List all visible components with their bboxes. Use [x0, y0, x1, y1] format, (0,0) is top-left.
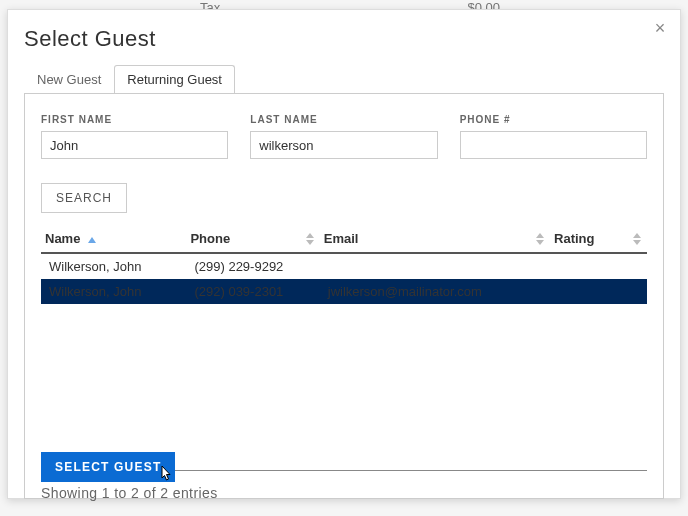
sort-both-icon: [633, 233, 641, 245]
modal-title: Select Guest: [8, 10, 680, 64]
search-button[interactable]: SEARCH: [41, 183, 127, 213]
first-name-label: FIRST NAME: [41, 114, 228, 125]
close-glyph: ×: [655, 18, 666, 39]
cell-name: Wilkerson, John: [41, 253, 186, 279]
tab-panel-returning: FIRST NAME LAST NAME PHONE # SEARCH: [24, 93, 664, 499]
col-header-name-label: Name: [45, 231, 80, 246]
cell-email: jwilkerson@mailinator.com: [320, 279, 550, 304]
table-row[interactable]: Wilkerson, John(299) 229-9292: [41, 253, 647, 279]
col-header-phone[interactable]: Phone: [186, 225, 319, 253]
svg-marker-4: [536, 240, 544, 245]
cell-name: Wilkerson, John: [41, 279, 186, 304]
phone-field: PHONE #: [460, 114, 647, 159]
close-icon[interactable]: ×: [650, 18, 670, 38]
tab-returning-guest[interactable]: Returning Guest: [114, 65, 235, 94]
cell-phone: (299) 229-9292: [186, 253, 319, 279]
sort-both-icon: [306, 233, 314, 245]
last-name-field: LAST NAME: [250, 114, 437, 159]
phone-input[interactable]: [460, 131, 647, 159]
phone-label: PHONE #: [460, 114, 647, 125]
results-header-row: Name Phone Email: [41, 225, 647, 253]
select-guest-button[interactable]: SELECT GUEST: [41, 452, 175, 482]
svg-marker-5: [633, 233, 641, 238]
svg-marker-6: [633, 240, 641, 245]
table-row[interactable]: Wilkerson, John(292) 039-2301jwilkerson@…: [41, 279, 647, 304]
entries-info: Showing 1 to 2 of 2 entries: [41, 485, 647, 501]
tab-bar: New Guest Returning Guest: [8, 64, 680, 93]
tab-new-guest[interactable]: New Guest: [24, 65, 114, 94]
first-name-field: FIRST NAME: [41, 114, 228, 159]
results-table: Name Phone Email: [41, 225, 647, 304]
search-fields: FIRST NAME LAST NAME PHONE #: [41, 114, 647, 159]
last-name-input[interactable]: [250, 131, 437, 159]
cell-email: [320, 253, 550, 279]
col-header-email[interactable]: Email: [320, 225, 550, 253]
results-empty-area: [41, 304, 647, 464]
svg-marker-1: [306, 233, 314, 238]
results-body: Wilkerson, John(299) 229-9292Wilkerson, …: [41, 253, 647, 304]
sort-asc-icon: [88, 237, 96, 243]
cell-rating: [550, 279, 647, 304]
select-guest-modal: × Select Guest New Guest Returning Guest…: [7, 9, 681, 499]
cell-phone: (292) 039-2301: [186, 279, 319, 304]
col-header-phone-label: Phone: [190, 231, 230, 246]
cell-rating: [550, 253, 647, 279]
last-name-label: LAST NAME: [250, 114, 437, 125]
svg-marker-3: [536, 233, 544, 238]
app-backdrop: Tax $0.00 × Select Guest New Guest Retur…: [0, 0, 688, 516]
first-name-input[interactable]: [41, 131, 228, 159]
col-header-email-label: Email: [324, 231, 359, 246]
col-header-rating[interactable]: Rating: [550, 225, 647, 253]
svg-marker-0: [88, 237, 96, 243]
svg-marker-2: [306, 240, 314, 245]
col-header-name[interactable]: Name: [41, 225, 186, 253]
sort-both-icon: [536, 233, 544, 245]
col-header-rating-label: Rating: [554, 231, 594, 246]
